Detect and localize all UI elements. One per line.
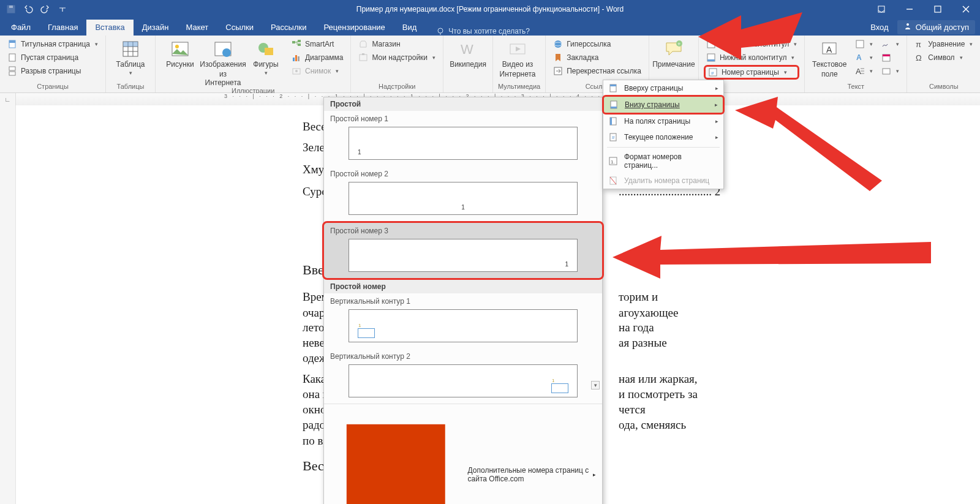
- menu-bottom-of-page[interactable]: Внизу страницы▸: [602, 95, 725, 115]
- gallery-item-plain-3[interactable]: 1: [349, 239, 578, 272]
- group-addins: Магазин Мои надстройки▾ Надстройки: [351, 36, 443, 92]
- symbol-button[interactable]: ΩСимвол▾: [912, 51, 975, 64]
- screenshot-button[interactable]: Снимок▾: [289, 65, 345, 77]
- datetime-icon: [881, 53, 891, 62]
- page-top-icon: [608, 83, 618, 93]
- svg-rect-32: [298, 56, 300, 61]
- gallery-item-plain-1[interactable]: 1: [349, 127, 578, 160]
- video-icon: [508, 39, 527, 59]
- comment-icon: +: [664, 39, 684, 59]
- svg-rect-4: [935, 6, 941, 12]
- maximize-button[interactable]: [924, 0, 952, 18]
- footer-button[interactable]: Нижний колонтитул▾: [704, 51, 799, 64]
- header-icon: [706, 39, 716, 49]
- bookmark-icon: [553, 53, 563, 62]
- office-icon: [330, 408, 462, 504]
- tab-home[interactable]: Главная: [39, 20, 86, 36]
- hyperlink-button[interactable]: Гиперссылка: [551, 38, 644, 50]
- tab-review[interactable]: Рецензирование: [315, 20, 393, 36]
- page-number-button[interactable]: #Номер страницы▾: [704, 65, 799, 80]
- gallery-item-vert-1[interactable]: 1: [349, 309, 578, 342]
- menu-current-position[interactable]: #Текущее положение▸: [603, 129, 723, 145]
- svg-rect-29: [298, 43, 301, 46]
- gallery-item-vert-2[interactable]: 1: [349, 364, 578, 397]
- shapes-button[interactable]: Фигуры▾: [246, 38, 285, 87]
- page-break-button[interactable]: Разрыв страницы: [5, 65, 100, 77]
- minimize-button[interactable]: [895, 0, 924, 18]
- gallery-header: Простой: [324, 97, 602, 111]
- page-number-icon: #: [708, 67, 718, 77]
- gallery-scroll-down[interactable]: ▾: [591, 381, 600, 389]
- comment-button[interactable]: +Примечание: [654, 38, 693, 83]
- menu-remove-page-numbers: Удалить номера страниц: [603, 173, 723, 189]
- crossref-button[interactable]: Перекрестная ссылка: [551, 65, 644, 77]
- svg-rect-31: [295, 55, 297, 61]
- tab-file[interactable]: Файл: [2, 20, 39, 36]
- signature-line-button[interactable]: ▾: [879, 38, 902, 50]
- quickparts-button[interactable]: ▾: [853, 38, 875, 50]
- tell-me-search[interactable]: Что вы хотите сделать?: [436, 27, 530, 36]
- redo-icon[interactable]: [40, 4, 50, 14]
- chart-button[interactable]: Диаграмма: [289, 51, 345, 64]
- pictures-button[interactable]: Рисунки: [160, 38, 200, 87]
- header-button[interactable]: Верхний колонтитул▾: [704, 38, 799, 50]
- equation-button[interactable]: πУравнение▾: [912, 38, 975, 50]
- svg-rect-14: [9, 72, 15, 75]
- equation-icon: π: [914, 39, 924, 49]
- footer-icon: [706, 53, 716, 62]
- bulb-icon: [436, 27, 445, 36]
- svg-rect-20: [123, 42, 138, 47]
- close-button[interactable]: [952, 0, 980, 18]
- blank-page-button[interactable]: Пустая страница: [5, 51, 100, 64]
- svg-text:A: A: [856, 67, 861, 76]
- svg-point-7: [438, 28, 443, 33]
- svg-rect-12: [9, 54, 15, 61]
- screenshot-icon: [292, 66, 301, 76]
- wordart-icon: A: [855, 53, 865, 62]
- gallery-item-plain-2[interactable]: 1: [349, 182, 578, 215]
- save-icon[interactable]: [6, 4, 16, 14]
- svg-text:A: A: [856, 53, 862, 62]
- cover-page-button[interactable]: Титульная страница▾: [5, 38, 100, 50]
- menu-format-page-numbers[interactable]: 1.Формат номеров страниц...: [603, 149, 723, 173]
- share-button[interactable]: Общий доступ: [897, 20, 975, 34]
- wikipedia-button[interactable]: WВикипедия: [448, 38, 488, 83]
- menu-page-margins[interactable]: На полях страницы▸: [603, 113, 723, 129]
- menu-top-of-page[interactable]: Вверху страницы▸: [603, 80, 723, 96]
- store-button[interactable]: Магазин: [356, 38, 438, 50]
- remove-icon: [608, 176, 618, 186]
- tab-references[interactable]: Ссылки: [217, 20, 262, 36]
- ribbon-options-icon[interactable]: [867, 0, 895, 18]
- textbox-button[interactable]: AТекстовоеполе: [810, 38, 849, 83]
- dropcap-button[interactable]: A▾: [853, 65, 875, 77]
- pictures-icon: [170, 39, 190, 59]
- group-symbols: πУравнение▾ ΩСимвол▾ Символы: [907, 36, 980, 92]
- svg-text:#: #: [711, 70, 714, 76]
- wordart-button[interactable]: A▾: [853, 51, 875, 64]
- vertical-ruler[interactable]: [0, 105, 16, 504]
- svg-rect-26: [265, 48, 273, 55]
- signature-icon: [881, 39, 891, 49]
- svg-rect-52: [856, 40, 864, 48]
- tab-layout[interactable]: Макет: [177, 20, 217, 36]
- chart-icon: [292, 53, 301, 62]
- tab-mailings[interactable]: Рассылки: [262, 20, 315, 36]
- tell-me-placeholder: Что вы хотите сделать?: [448, 27, 530, 36]
- smartart-button[interactable]: SmartArt: [289, 38, 345, 50]
- table-button[interactable]: Таблица▾: [111, 38, 150, 83]
- my-addins-button[interactable]: Мои надстройки▾: [356, 51, 438, 64]
- tab-design[interactable]: Дизайн: [134, 20, 178, 36]
- undo-icon[interactable]: [23, 4, 33, 14]
- datetime-button[interactable]: [879, 51, 902, 64]
- object-button[interactable]: ▾: [879, 65, 902, 77]
- tab-insert[interactable]: Вставка: [86, 20, 133, 36]
- tab-view[interactable]: Вид: [394, 20, 426, 36]
- online-pictures-button[interactable]: Изображенияиз Интернета: [203, 38, 243, 87]
- online-video-button[interactable]: Видео изИнтернета: [498, 38, 537, 83]
- svg-text:A: A: [826, 45, 832, 55]
- bookmark-button[interactable]: Закладка: [551, 51, 644, 64]
- qat-customize-icon[interactable]: [58, 4, 67, 14]
- signin-link[interactable]: Вход: [870, 23, 888, 32]
- page-margins-icon: [608, 116, 618, 126]
- gallery-more-office[interactable]: Дополнительные номера страниц с сайта Of…: [324, 404, 602, 504]
